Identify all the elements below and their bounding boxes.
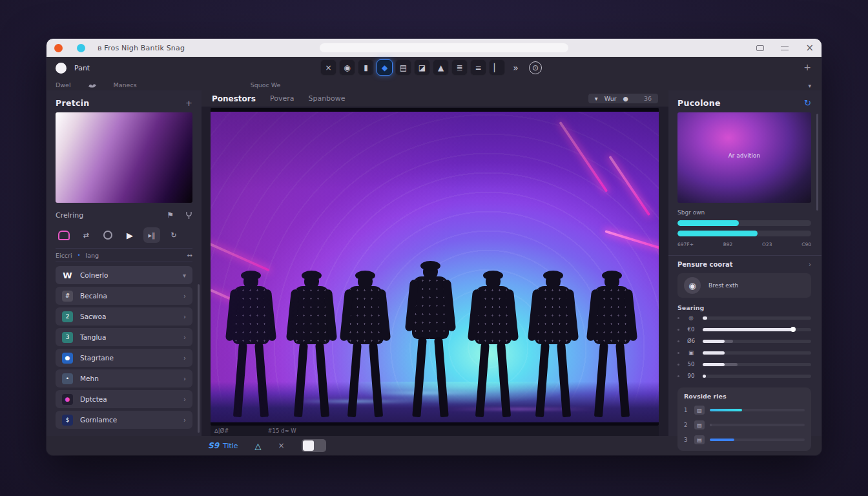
searing-title: Searing	[677, 304, 811, 311]
title-tool-button[interactable]: S9 Title	[208, 441, 238, 450]
square-icon: ▣	[685, 349, 698, 356]
list-item-gornlamce[interactable]: $ Gornlamce ›	[56, 411, 192, 429]
right-panel-scrollbar[interactable]	[816, 114, 818, 211]
minimize-traffic-light[interactable]	[77, 44, 85, 52]
chrome-dropdown-arrow[interactable]: ▾	[808, 83, 811, 89]
add-button[interactable]: +	[803, 62, 811, 72]
ninety-icon: 90	[685, 373, 698, 379]
resize-handle-icon[interactable]: ↔	[187, 252, 192, 259]
tab-spanbowe[interactable]: Spanbowe	[308, 94, 345, 103]
chevron-right-icon[interactable]: ›	[183, 396, 186, 403]
list-subheader: Eiccri • Iang ↔	[56, 248, 192, 262]
loop-button[interactable]: ↻	[165, 227, 182, 243]
engine-card[interactable]: ◉ Brest exth	[677, 273, 811, 298]
history-clock-button[interactable]: ⊙	[529, 61, 542, 74]
center-area: Ponestors Povera Spanbowe ▾ Wur ● 36	[202, 90, 668, 436]
ring-icon: ◎	[685, 315, 698, 321]
dollar-icon: $	[62, 415, 73, 426]
view-options-pill[interactable]: ▾ Wur ● 36	[588, 94, 658, 103]
flag-icon[interactable]: ⚑	[167, 211, 174, 220]
close-traffic-light[interactable]	[54, 44, 63, 52]
brush-tool-button[interactable]: ◉	[339, 59, 355, 76]
fifty-icon: 50	[685, 361, 698, 367]
record-button[interactable]	[99, 227, 116, 243]
list-item-stagrtane[interactable]: ● Stagrtane ›	[56, 349, 192, 367]
minimize-icon[interactable]	[781, 46, 789, 50]
rovside-title: Rovside ries	[684, 393, 805, 400]
step-pause-button[interactable]: ▸‖	[143, 227, 160, 243]
searing-slider-row: Ø6	[677, 336, 811, 346]
preview-toggle[interactable]	[302, 439, 326, 452]
left-panel-title: Pretcin	[56, 98, 89, 108]
titlebar-search-pill[interactable]	[320, 43, 568, 52]
right-panel-title: Pucolone	[677, 98, 721, 108]
canvas-image	[211, 112, 659, 422]
status-right: #15 d≈ W	[267, 428, 296, 434]
chevron-right-icon[interactable]: ›	[183, 293, 186, 300]
rovside-row: 3 ▤	[684, 435, 805, 444]
chevron-right-icon[interactable]: ›	[183, 313, 186, 320]
chevron-down-icon[interactable]: ▾	[183, 272, 186, 279]
searing-slider-row: €0	[677, 324, 811, 335]
fork-icon[interactable]	[185, 211, 192, 220]
cyan-slider-1[interactable]	[677, 220, 811, 226]
subheader-mid-label[interactable]: Iang	[85, 252, 99, 259]
transport-controls: ⇄ ▶ ▸‖ ↻	[56, 225, 192, 245]
close-icon[interactable]: ×	[805, 43, 814, 53]
left-panel-add-button[interactable]: +	[185, 98, 192, 108]
scrub-button[interactable]: ⇄	[78, 227, 94, 243]
list-item-colnerlo[interactable]: W Colnerlo ▾	[56, 266, 192, 284]
refresh-hand-icon[interactable]: ↻	[804, 98, 811, 108]
searing-slider-row: 50	[677, 359, 811, 369]
restore-icon[interactable]	[756, 45, 764, 51]
list-item-mehn[interactable]: • Mehn ›	[56, 369, 192, 388]
list-item-sacwoa[interactable]: 2 Sacwoa ›	[56, 307, 192, 326]
view-label: Wur	[604, 95, 617, 102]
app-chrome: Pant × ◉ ▮ ◆ ▤ ◪ ▲ ≣ ≡ ▏ » ⊙ + Dwel Man	[46, 57, 822, 90]
cut-tool-button[interactable]: ×	[320, 59, 336, 76]
swirl-icon: ◉	[684, 277, 701, 294]
slash-circle-icon: Ø6	[685, 338, 698, 344]
crop-tool-button[interactable]: ◪	[414, 59, 430, 76]
list-item-dptctea[interactable]: ● Dptctea ›	[56, 390, 192, 408]
layers-tool-button[interactable]: ≣	[451, 59, 468, 76]
searing-slider-row: 90	[677, 371, 811, 381]
menu-item-squoc-we[interactable]: Squoc We	[251, 81, 281, 88]
left-list-scrollbar[interactable]	[198, 284, 200, 433]
main-toolbar: × ◉ ▮ ◆ ▤ ◪ ▲ ≣ ≡ ▏ » ⊙	[320, 59, 542, 76]
more-tools-button[interactable]: »	[508, 59, 524, 76]
play-button[interactable]: ▶	[121, 227, 138, 243]
tab-ponestors[interactable]: Ponestors	[212, 94, 256, 103]
canvas[interactable]	[211, 108, 659, 426]
menu-item-manecs[interactable]: Manecs	[114, 81, 137, 88]
eraser-tool-button[interactable]: ▮	[358, 59, 374, 76]
gradient-section-label: Crelring	[56, 211, 83, 220]
triangle-tool-icon[interactable]: △	[255, 441, 262, 451]
cyan-slider-2[interactable]	[677, 231, 811, 236]
effect-preview[interactable]: Ar advition	[677, 112, 811, 203]
selected-paint-tool-button[interactable]: ◆	[377, 59, 393, 76]
slider-group-label: Sbgr own	[677, 209, 811, 216]
rovside-row: 2 ▤	[684, 420, 805, 429]
align-tool-button[interactable]: ≡	[470, 59, 486, 76]
subheader-left-label[interactable]: Eiccri	[56, 252, 72, 259]
chevron-right-icon[interactable]: ›	[809, 261, 811, 268]
titlebar: ʙ Fros Nigh Bantik Snag ×	[46, 39, 822, 57]
dropdown-arrow-icon: ▾	[595, 95, 598, 102]
chevron-right-icon[interactable]: ›	[183, 375, 186, 382]
tab-povera[interactable]: Povera	[270, 94, 294, 103]
shape-tool-button[interactable]: ▲	[433, 59, 449, 76]
chevron-right-icon[interactable]: ›	[183, 417, 186, 424]
slider-ticks: 697F+ B92 O23 C90	[677, 242, 811, 247]
layer-list: W Colnerlo ▾ # Becalna › 2 Sacwoa › 3 Ta…	[56, 266, 192, 429]
chevron-right-icon[interactable]: ›	[183, 355, 186, 362]
text-cursor-tool-button[interactable]: ▏	[489, 59, 505, 76]
color-gradient-preview[interactable]	[56, 112, 192, 203]
chevron-right-icon[interactable]: ›	[183, 334, 186, 341]
frame-tool-button[interactable]: ▤	[395, 59, 411, 76]
shape-mask-button[interactable]	[56, 227, 72, 243]
list-item-tanglua[interactable]: 3 Tanglua ›	[56, 328, 192, 346]
delete-x-icon[interactable]: ×	[278, 441, 285, 450]
list-item-becalna[interactable]: # Becalna ›	[56, 287, 192, 305]
menu-item-dwel[interactable]: Dwel	[56, 81, 71, 88]
